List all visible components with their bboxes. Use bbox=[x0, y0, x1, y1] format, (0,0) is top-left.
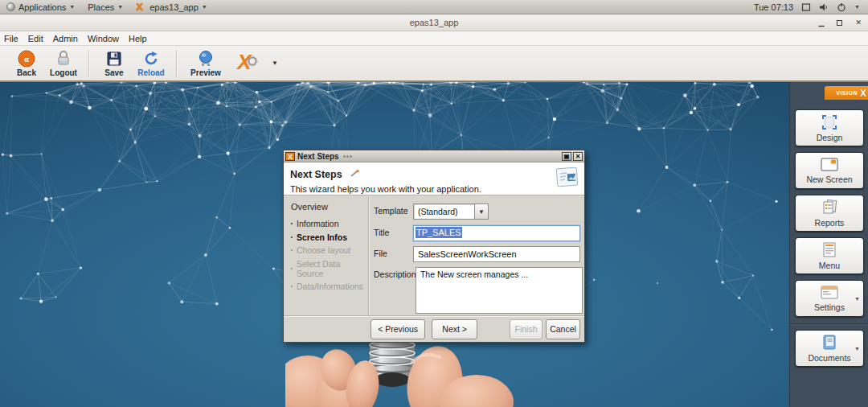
finish-button[interactable]: Finish bbox=[510, 319, 542, 339]
documents-button[interactable]: Documents ▼ bbox=[795, 330, 864, 367]
save-floppy-icon bbox=[104, 50, 124, 68]
nav-step-screen-infos[interactable]: Screen Infos bbox=[291, 232, 368, 242]
menu-admin[interactable]: Admin bbox=[48, 34, 83, 43]
reload-button[interactable]: Reload bbox=[133, 48, 170, 77]
select-arrow-icon[interactable]: ▼ bbox=[474, 204, 488, 219]
bullet-icon bbox=[291, 236, 293, 238]
menu-button[interactable]: Menu bbox=[795, 237, 864, 274]
nav-step-choose-layout[interactable]: Choose layout bbox=[291, 245, 368, 255]
dialog-x-logo-icon: X bbox=[285, 152, 295, 161]
nav-header: Overview bbox=[291, 202, 368, 212]
minimize-button[interactable]: ▁ bbox=[819, 19, 825, 27]
design-button[interactable]: Design bbox=[795, 109, 864, 146]
settings-button[interactable]: Settings ▼ bbox=[795, 280, 864, 317]
logout-button[interactable]: Logout bbox=[45, 48, 82, 77]
chevron-down-icon[interactable]: ▼ bbox=[854, 4, 860, 10]
save-button[interactable]: Save bbox=[96, 48, 133, 77]
reports-icon bbox=[821, 199, 838, 216]
menu-file[interactable]: File bbox=[0, 34, 23, 43]
wizard-subtitle: This wizard helps you work with your app… bbox=[290, 184, 578, 194]
power-icon[interactable] bbox=[837, 2, 846, 12]
wizard-heading: Next Steps bbox=[290, 169, 342, 180]
applications-menu-label: Applications bbox=[18, 2, 66, 12]
template-select[interactable]: (Standard) ▼ bbox=[413, 204, 489, 220]
wizard-button-bar: < Previous Next > Finish Cancel bbox=[284, 315, 584, 342]
window-titlebar[interactable]: epas13_app ▁ ✕ bbox=[0, 14, 868, 31]
bullet-icon bbox=[291, 286, 293, 287]
wizard-step-nav: Overview Information Screen Infos Choose… bbox=[284, 196, 369, 317]
documents-icon bbox=[821, 334, 837, 351]
design-selection-icon bbox=[821, 114, 838, 130]
svg-text:X: X bbox=[235, 50, 252, 74]
clock[interactable]: Tue 07:13 bbox=[754, 2, 793, 12]
toolbar-separator bbox=[88, 50, 89, 77]
template-label: Template bbox=[374, 204, 411, 216]
previous-button[interactable]: < Previous bbox=[371, 319, 425, 339]
chevron-down-icon: ▼ bbox=[117, 4, 123, 10]
preview-icon bbox=[196, 50, 215, 68]
maximize-button[interactable] bbox=[837, 20, 842, 26]
cancel-button[interactable]: Cancel bbox=[546, 319, 580, 339]
vision-side-panel: VISION X Design New Screen bbox=[789, 82, 868, 407]
app-toolbar: « Back Logout Save Reload Preview X ▼ bbox=[0, 46, 868, 81]
bullet-icon bbox=[291, 249, 293, 251]
menu-help[interactable]: Help bbox=[124, 34, 152, 43]
steps-icon bbox=[342, 149, 352, 163]
distro-logo-icon bbox=[6, 2, 15, 11]
description-label: Description bbox=[374, 267, 413, 279]
reports-button[interactable]: Reports bbox=[795, 195, 864, 232]
app-menu-label: epas13_app bbox=[149, 2, 199, 12]
wizard-form: Template (Standard) ▼ Title TP_SALES Fil… bbox=[369, 196, 584, 317]
desktop-top-bar: Applications ▼ Places ▼ epas13_app ▼ Tue… bbox=[0, 0, 868, 14]
dialog-maximize-button[interactable]: ▣ bbox=[562, 152, 571, 161]
workspace-icon[interactable] bbox=[801, 2, 811, 12]
dialog-close-button[interactable]: ✕ bbox=[573, 152, 583, 161]
next-steps-dialog: X Next Steps ▣ ✕ Next Steps This wizard … bbox=[283, 150, 585, 343]
next-button[interactable]: Next > bbox=[432, 319, 477, 339]
toolbar-dropdown-icon[interactable]: ▼ bbox=[272, 60, 278, 67]
nav-step-information[interactable]: Information bbox=[291, 219, 368, 228]
menu-applications[interactable]: Applications ▼ bbox=[0, 0, 81, 14]
bullet-icon bbox=[291, 268, 293, 269]
panel-divider bbox=[790, 323, 868, 324]
app-x-button[interactable]: X bbox=[228, 48, 264, 74]
menu-edit[interactable]: Edit bbox=[23, 34, 48, 43]
chevron-down-icon: ▼ bbox=[69, 4, 75, 10]
dialog-title: Next Steps bbox=[297, 152, 339, 161]
logout-lock-icon bbox=[54, 50, 73, 68]
menu-places[interactable]: Places ▼ bbox=[81, 0, 129, 14]
menu-window[interactable]: Window bbox=[83, 34, 124, 43]
wizard-header-icon bbox=[555, 166, 579, 188]
x-gear-logo-icon: X bbox=[234, 50, 258, 74]
new-screen-icon bbox=[820, 157, 839, 172]
toolbar-separator bbox=[176, 50, 177, 77]
file-input[interactable]: SalesScreenWorkScreen bbox=[413, 246, 580, 262]
nav-step-data-informations[interactable]: Data/Informations bbox=[291, 282, 368, 291]
back-button[interactable]: « Back bbox=[8, 48, 45, 77]
places-menu-label: Places bbox=[88, 2, 114, 12]
chevron-down-icon: ▼ bbox=[202, 4, 207, 10]
menu-icon bbox=[821, 241, 837, 258]
bullet-icon bbox=[291, 223, 293, 224]
close-button[interactable]: ✕ bbox=[855, 19, 862, 27]
nav-step-select-data-source[interactable]: Select Data Source bbox=[291, 259, 368, 278]
new-screen-button[interactable]: New Screen bbox=[795, 152, 864, 189]
svg-text:«: « bbox=[24, 54, 30, 65]
settings-icon bbox=[820, 285, 839, 300]
volume-icon[interactable] bbox=[819, 2, 829, 12]
reload-icon bbox=[141, 50, 161, 68]
selected-text: TP_SALES bbox=[416, 227, 462, 238]
title-label: Title bbox=[374, 225, 411, 237]
settings-dropdown-icon[interactable]: ▼ bbox=[854, 296, 860, 302]
vision-x-logo-icon: X bbox=[860, 88, 866, 98]
preview-button[interactable]: Preview bbox=[183, 48, 228, 77]
title-input[interactable]: TP_SALES bbox=[413, 225, 580, 241]
dialog-titlebar[interactable]: X Next Steps ▣ ✕ bbox=[284, 150, 584, 162]
description-textarea[interactable]: The New screen manages ... bbox=[416, 267, 583, 314]
window-title: epas13_app bbox=[410, 18, 459, 27]
vision-tab[interactable]: VISION X bbox=[825, 86, 868, 100]
menu-app[interactable]: epas13_app ▼ bbox=[129, 0, 214, 14]
documents-dropdown-icon[interactable]: ▼ bbox=[854, 346, 860, 352]
app-x-logo-icon bbox=[136, 2, 146, 12]
back-icon: « bbox=[17, 50, 36, 68]
